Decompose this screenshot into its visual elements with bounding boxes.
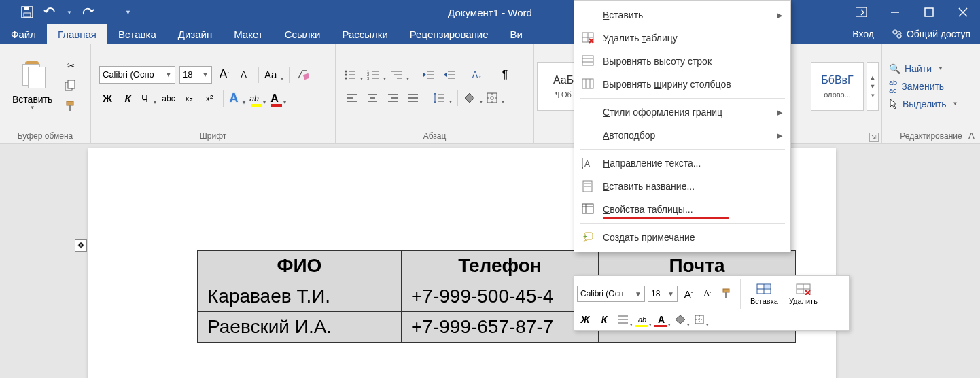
mini-shading-icon[interactable] [672, 311, 688, 328]
subscript-button[interactable]: x₂ [181, 90, 197, 107]
undo-dropdown-icon[interactable]: ▼ [67, 10, 72, 16]
mini-italic-button[interactable]: К [596, 311, 612, 328]
show-marks-icon[interactable]: ¶ [497, 67, 513, 83]
menu-insert-caption[interactable]: Вставить название... [574, 175, 790, 198]
styles-launcher-icon[interactable]: ⇲ [869, 133, 879, 142]
share-button[interactable]: Общий доступ [882, 29, 980, 39]
find-button[interactable]: 🔍 Найти ▼ [889, 63, 958, 74]
mini-shrink-font-icon[interactable]: Aˇ [699, 286, 716, 302]
tab-insert[interactable]: Вставка [107, 24, 167, 44]
font-family-combo[interactable]: Calibri (Осно▼ [99, 66, 175, 84]
shading-icon[interactable] [463, 90, 483, 106]
replace-button[interactable]: abac Заменить [889, 78, 958, 94]
menu-delete-table[interactable]: Удалить таблицу [574, 27, 790, 50]
cut-icon[interactable]: ✂ [63, 58, 78, 73]
select-button[interactable]: Выделить ▼ [889, 99, 958, 109]
table-cell[interactable]: +7-999-500-45-4 [402, 281, 599, 312]
menu-distribute-rows[interactable]: Выровнять высоту строк [574, 50, 790, 73]
multilevel-list-icon[interactable] [390, 67, 409, 83]
justify-icon[interactable] [405, 90, 421, 106]
menu-distribute-cols[interactable]: Выровнять ширину столбцов [574, 73, 790, 96]
mini-size-combo[interactable]: 18▼ [648, 286, 678, 302]
menu-table-properties[interactable]: Свойства таблицы... [574, 198, 790, 221]
shrink-font-icon[interactable]: Aˇ [237, 67, 253, 83]
table-cell[interactable]: +7-999-657-87-7 [402, 312, 599, 343]
change-case-icon[interactable]: Aa [264, 67, 283, 83]
close-icon[interactable] [946, 0, 980, 24]
grow-font-icon[interactable]: Aˆ [216, 67, 232, 83]
table-header-cell[interactable]: Телефон [402, 251, 599, 281]
paste-icon [20, 61, 46, 90]
superscript-button[interactable]: x² [201, 90, 217, 107]
align-center-icon[interactable] [364, 90, 381, 106]
align-left-icon[interactable] [344, 90, 360, 106]
mini-insert-button[interactable]: Вставка [746, 282, 782, 305]
underline-button[interactable]: Ч [140, 90, 156, 107]
tab-references[interactable]: Ссылки [274, 24, 332, 44]
bullets-icon[interactable] [344, 67, 363, 83]
tab-home[interactable]: Главная [47, 24, 107, 44]
tab-view-partial[interactable]: Ви [500, 24, 533, 44]
mini-borders-icon[interactable] [691, 311, 707, 328]
highlight-underline [603, 217, 729, 219]
table-cell[interactable]: Раевский И.А. [198, 312, 402, 343]
sort-icon[interactable]: A↓ [469, 67, 485, 83]
undo-icon[interactable] [43, 5, 57, 19]
document-title: Документ1 - Word [448, 7, 532, 18]
format-painter-icon[interactable] [63, 99, 78, 114]
copy-icon[interactable] [63, 79, 78, 94]
tab-design[interactable]: Дизайн [167, 24, 223, 44]
svg-rect-75 [725, 292, 727, 298]
bold-button[interactable]: Ж [99, 90, 116, 107]
mini-align-icon[interactable] [615, 311, 631, 328]
font-color-icon[interactable]: A [270, 90, 286, 107]
align-right-icon[interactable] [385, 90, 401, 106]
font-size-combo[interactable]: 18▼ [179, 66, 212, 84]
tab-file[interactable]: Файл [0, 24, 47, 44]
tab-layout[interactable]: Макет [223, 24, 273, 44]
tab-review[interactable]: Рецензирование [399, 24, 500, 44]
increase-indent-icon[interactable] [441, 67, 457, 83]
paste-button[interactable]: Вставить ▼ [5, 57, 59, 115]
menu-text-direction[interactable]: A Направление текста... [574, 152, 790, 175]
borders-icon[interactable] [487, 90, 504, 106]
menu-autofit[interactable]: Автоподбор ▶ [574, 124, 790, 147]
mini-grow-font-icon[interactable]: Aˆ [680, 286, 697, 302]
quick-access-toolbar: ▼ ▼ [0, 5, 131, 19]
qat-customize-icon[interactable]: ▼ [125, 9, 131, 16]
mini-highlight-icon[interactable]: ab [634, 311, 650, 328]
mini-font-combo[interactable]: Calibri (Осн▼ [577, 286, 645, 302]
clear-formatting-icon[interactable] [295, 67, 311, 83]
title-bar: ▼ ▼ Документ1 - Word [0, 0, 980, 24]
save-icon[interactable] [20, 5, 34, 19]
decrease-indent-icon[interactable] [421, 67, 437, 83]
line-spacing-icon[interactable] [433, 90, 452, 106]
highlight-color-icon[interactable]: ab [249, 90, 266, 107]
svg-text:+: + [583, 232, 587, 240]
redo-icon[interactable] [82, 5, 95, 19]
italic-button[interactable]: К [120, 90, 136, 107]
style-heading[interactable]: БбВвГ олово... [811, 62, 864, 111]
numbering-icon[interactable]: 123 [367, 67, 386, 83]
ribbon-display-options-icon[interactable] [844, 0, 878, 24]
mini-font-color-icon[interactable]: A [653, 311, 669, 328]
text-effects-icon[interactable]: A [229, 90, 245, 107]
maximize-icon[interactable] [912, 0, 946, 24]
tab-mailings[interactable]: Рассылки [331, 24, 398, 44]
mini-bold-button[interactable]: Ж [577, 311, 593, 328]
strikethrough-button[interactable]: abc [160, 90, 177, 107]
menu-new-comment[interactable]: + Создать примечание [574, 226, 790, 249]
menu-insert[interactable]: Вставить ▶ [574, 3, 790, 27]
minimize-icon[interactable] [878, 0, 912, 24]
collapse-ribbon-icon[interactable]: ᐱ [968, 131, 975, 141]
mini-format-painter-icon[interactable] [718, 286, 735, 302]
table-header-cell[interactable]: ФИО [198, 251, 402, 281]
menu-table-properties-label: Свойства таблицы... [603, 204, 693, 215]
table-move-handle-icon[interactable]: ✥ [75, 239, 87, 252]
mini-toolbar: Calibri (Осн▼ 18▼ Aˆ Aˇ Вставка Удалить … [574, 275, 850, 331]
styles-gallery-more-icon[interactable]: ▲▼▾ [867, 62, 879, 111]
table-cell[interactable]: Караваев Т.И. [198, 281, 402, 312]
sign-in-button[interactable]: Вход [844, 29, 882, 39]
mini-delete-button[interactable]: Удалить [785, 282, 822, 305]
menu-border-styles[interactable]: Стили оформления границ ▶ [574, 101, 790, 124]
